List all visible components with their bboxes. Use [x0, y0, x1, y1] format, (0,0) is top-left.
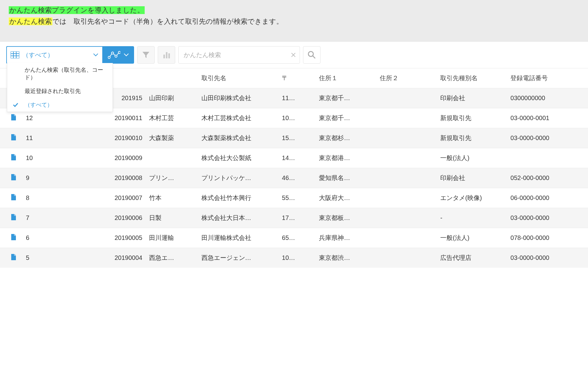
table-row[interactable]: 720190006日製株式会社大日本…17…東京都板…-03-0000-0000: [0, 208, 588, 228]
banner-highlight: かんたん検索: [9, 17, 52, 25]
cell-phone: 03-0000-0001: [507, 108, 588, 128]
cell-addr2: [377, 248, 437, 268]
cell-phone: 06-0000-0000: [507, 188, 588, 208]
document-icon[interactable]: [11, 154, 16, 161]
graph-toggle[interactable]: [103, 46, 134, 64]
cell-type: 新規取引先: [437, 108, 507, 128]
cell-zip: 11…: [279, 88, 316, 108]
cell-name: 株式会社大公製紙: [198, 148, 279, 168]
cell-zip: 55…: [279, 188, 316, 208]
cell-phone: 03-0000-0000: [507, 128, 588, 148]
cell-zip: 10…: [279, 108, 316, 128]
cell-zip: 10…: [279, 248, 316, 268]
cell-phone: 078-000-0000: [507, 228, 588, 248]
header-phone[interactable]: 登録電話番号: [507, 68, 588, 88]
document-icon[interactable]: [11, 174, 16, 181]
cell-addr1: 東京都渋…: [316, 248, 377, 268]
table-row[interactable]: 620190005田川運輸田川運輸株式会社65…兵庫県神…一般(法人)078-0…: [0, 228, 588, 248]
line-chart-icon: [108, 51, 120, 59]
cell-name: プリントパッケ…: [198, 168, 279, 188]
svg-rect-12: [163, 55, 165, 58]
cell-alias: 日製: [146, 208, 198, 228]
header-alias[interactable]: [146, 68, 198, 88]
document-icon[interactable]: [11, 134, 16, 141]
filter-button[interactable]: [137, 46, 155, 64]
view-dropdown: かんたん検索（取引先名、コード）最近登録された取引先（すべて）: [7, 63, 113, 112]
cell-addr2: [377, 208, 437, 228]
dropdown-item[interactable]: かんたん検索（取引先名、コード）: [7, 63, 113, 84]
cell-alias: [146, 148, 198, 168]
funnel-icon: [142, 51, 150, 59]
view-selector-label: （すべて）: [22, 51, 90, 59]
cell-alias: プリン…: [146, 168, 198, 188]
cell-id: 11: [23, 128, 89, 148]
chart-button[interactable]: [158, 46, 175, 64]
search-field-wrapper: [178, 46, 300, 64]
cell-alias: 田川運輸: [146, 228, 198, 248]
table-row[interactable]: 520190004西急エ…西急エージェン…10…東京都渋…広告代理店03-000…: [0, 248, 588, 268]
cell-type: 一般(法人): [437, 228, 507, 248]
header-name[interactable]: 取引先名: [198, 68, 279, 88]
dropdown-item[interactable]: （すべて）: [7, 98, 113, 112]
cell-type: 一般(法人): [437, 148, 507, 168]
cell-addr2: [377, 108, 437, 128]
search-button[interactable]: [303, 46, 321, 64]
bar-chart-icon: [162, 51, 171, 59]
banner-line-1: かんたん検索プラグインを導入しました。: [9, 6, 145, 14]
cell-zip: 17…: [279, 208, 316, 228]
cell-code: 20190010: [89, 128, 146, 148]
header-zip[interactable]: 〒: [279, 68, 316, 88]
cell-alias: 木村工芸: [146, 108, 198, 128]
cell-type: 新規取引先: [437, 128, 507, 148]
cell-addr2: [377, 148, 437, 168]
header-addr2[interactable]: 住所２: [377, 68, 437, 88]
header-type[interactable]: 取引先種別名: [437, 68, 507, 88]
cell-alias: 大森製薬: [146, 128, 198, 148]
banner-rest: では 取引先名やコード（半角）を入れて取引先の情報が検索できます。: [52, 17, 283, 25]
cell-type: -: [437, 208, 507, 228]
cell-addr1: 東京都板…: [316, 208, 377, 228]
cell-code: 20190007: [89, 188, 146, 208]
svg-rect-0: [11, 51, 19, 58]
cell-type: エンタメ(映像): [437, 188, 507, 208]
clear-search-button[interactable]: [287, 52, 300, 57]
cell-zip: 65…: [279, 228, 316, 248]
cell-id: 5: [23, 248, 89, 268]
cell-addr2: [377, 88, 437, 108]
cell-addr1: 愛知県名…: [316, 168, 377, 188]
svg-line-9: [110, 54, 112, 57]
cell-type: 広告代理店: [437, 248, 507, 268]
dropdown-item[interactable]: 最近登録された取引先: [7, 84, 113, 98]
document-icon[interactable]: [11, 254, 16, 261]
cell-phone: 03-0000-0000: [507, 248, 588, 268]
table-row[interactable]: 820190007竹本株式会社竹本興行55…大阪府大…エンタメ(映像)06-00…: [0, 188, 588, 208]
table-row[interactable]: 1020190009株式会社大公製紙14…東京都港…一般(法人): [0, 148, 588, 168]
cell-type: 印刷会社: [437, 88, 507, 108]
cell-alias: 竹本: [146, 188, 198, 208]
dropdown-item-label: 最近登録された取引先: [25, 88, 81, 94]
cell-zip: 46…: [279, 168, 316, 188]
svg-line-18: [313, 56, 315, 58]
cell-addr1: 東京都杉…: [316, 128, 377, 148]
cell-addr1: 大阪府大…: [316, 188, 377, 208]
document-icon[interactable]: [11, 114, 16, 121]
table-row[interactable]: 1120190010大森製薬大森製薬株式会社15…東京都杉…新規取引先03-00…: [0, 128, 588, 148]
view-group: （すべて）: [6, 46, 134, 64]
document-icon[interactable]: [11, 214, 16, 221]
chevron-down-icon: [123, 52, 129, 58]
toolbar: （すべて）: [0, 46, 588, 68]
cell-id: 7: [23, 208, 89, 228]
cell-alias: 西急エ…: [146, 248, 198, 268]
cell-addr2: [377, 188, 437, 208]
cell-code: 20190005: [89, 228, 146, 248]
document-icon[interactable]: [11, 234, 16, 241]
cell-addr1: 東京都千…: [316, 108, 377, 128]
cell-alias: 山田印刷: [146, 88, 198, 108]
table-row[interactable]: 920190008プリン…プリントパッケ…46…愛知県名…印刷会社052-000…: [0, 168, 588, 188]
view-selector[interactable]: （すべて）: [6, 46, 103, 64]
cell-addr1: 東京都港…: [316, 148, 377, 168]
search-input[interactable]: [179, 51, 287, 59]
document-icon[interactable]: [11, 194, 16, 201]
svg-point-5: [108, 56, 110, 59]
header-addr1[interactable]: 住所１: [316, 68, 377, 88]
